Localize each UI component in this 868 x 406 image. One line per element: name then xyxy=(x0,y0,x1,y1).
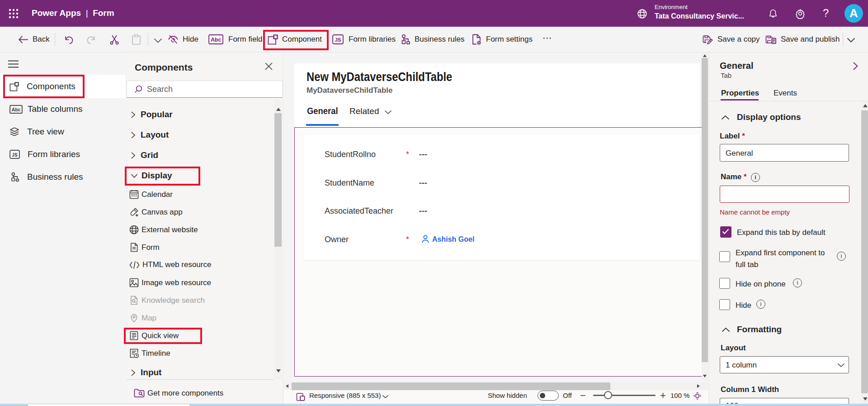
svg-text:Abc: Abc xyxy=(12,107,21,112)
svg-text:JS: JS xyxy=(335,37,341,43)
svg-text:Abc: Abc xyxy=(211,37,221,43)
svg-text:JS: JS xyxy=(12,153,18,158)
